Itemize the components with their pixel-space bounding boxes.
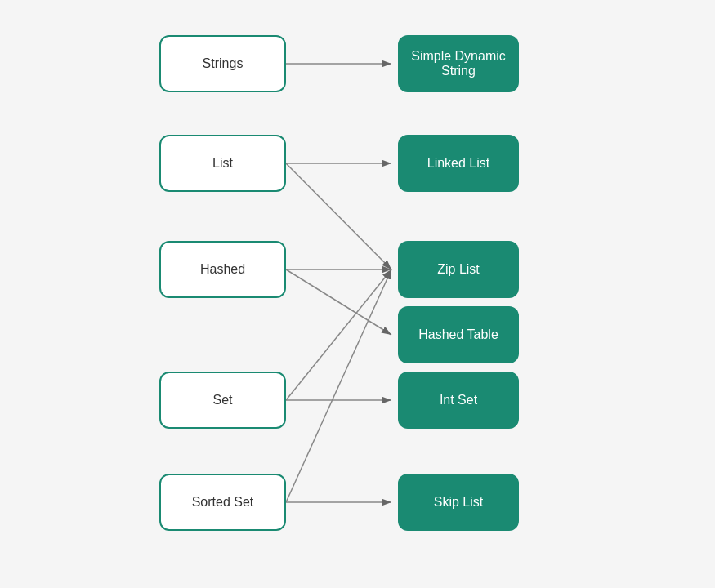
label-linked-list: Linked List bbox=[427, 156, 490, 171]
label-sds: Simple Dynamic String bbox=[398, 49, 519, 78]
arrows-svg bbox=[0, 0, 715, 588]
node-hashed-table: Hashed Table bbox=[398, 306, 519, 363]
label-int-set: Int Set bbox=[440, 393, 477, 408]
svg-line-8 bbox=[286, 270, 391, 502]
label-skip-list: Skip List bbox=[434, 495, 483, 510]
node-zip-list: Zip List bbox=[398, 241, 519, 298]
node-skip-list: Skip List bbox=[398, 474, 519, 531]
svg-line-3 bbox=[286, 163, 391, 270]
label-list: List bbox=[212, 156, 233, 171]
node-linked-list: Linked List bbox=[398, 135, 519, 192]
node-hashed: Hashed bbox=[159, 241, 286, 298]
label-strings: Strings bbox=[203, 56, 244, 71]
label-sorted-set: Sorted Set bbox=[192, 495, 254, 510]
node-sds: Simple Dynamic String bbox=[398, 35, 519, 92]
node-int-set: Int Set bbox=[398, 372, 519, 429]
node-list: List bbox=[159, 135, 286, 192]
label-set: Set bbox=[212, 393, 232, 408]
svg-line-6 bbox=[286, 270, 391, 400]
node-set: Set bbox=[159, 372, 286, 429]
node-sorted-set: Sorted Set bbox=[159, 474, 286, 531]
label-hashed: Hashed bbox=[200, 262, 245, 277]
diagram-container: Strings List Hashed Set Sorted Set Simpl… bbox=[0, 0, 715, 588]
label-zip-list: Zip List bbox=[437, 262, 480, 277]
node-strings: Strings bbox=[159, 35, 286, 92]
label-hashed-table: Hashed Table bbox=[418, 327, 498, 342]
svg-line-5 bbox=[286, 270, 391, 335]
